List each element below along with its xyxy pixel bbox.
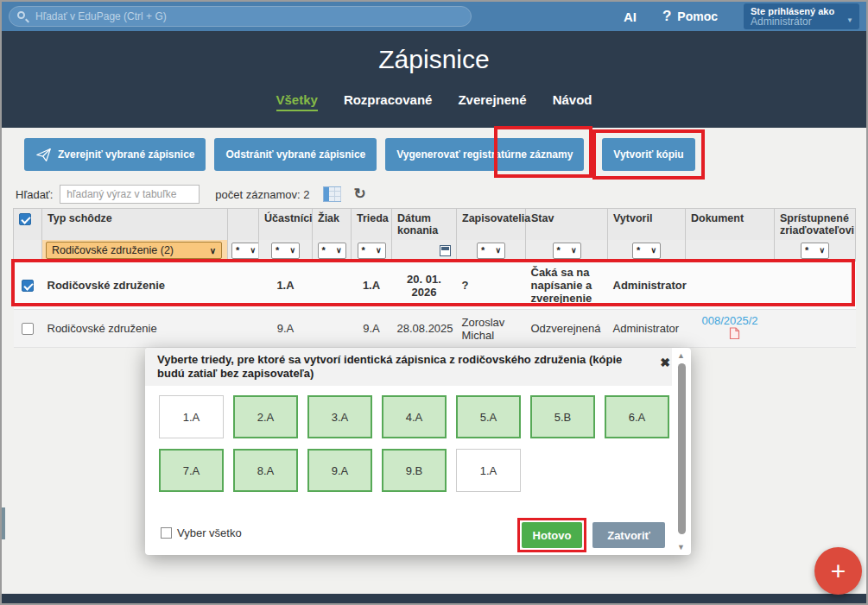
add-button[interactable]: + (814, 547, 862, 595)
tab-vsetky[interactable]: Všetky (276, 92, 318, 111)
filter-select-spristupnene[interactable]: * ∨ (801, 243, 829, 259)
filter-select-vytvoril[interactable]: * ∨ (632, 243, 661, 259)
help-label: Pomoc (677, 9, 718, 23)
class-button[interactable]: 5.B (530, 395, 595, 438)
sidebar-handle[interactable] (2, 507, 5, 539)
user-menu[interactable]: Ste prihlásený ako Administrátor ▼ (744, 3, 859, 29)
chevron-down-icon: ∨ (376, 246, 382, 255)
date-filter-icon[interactable] (440, 245, 451, 256)
class-button[interactable]: 8.A (233, 449, 298, 492)
filter-star: * (276, 245, 279, 255)
table-row[interactable]: Rodičovské združenie 9.A 9.A 28.08.2025 … (14, 310, 856, 348)
tab-bar: Všetky Rozpracované Zverejnené Návod (2, 92, 866, 111)
col-datum-konania: Dátum konania (392, 209, 457, 241)
filter-select-trieda[interactable]: * ∨ (358, 243, 386, 259)
class-button[interactable]: 4.A (382, 395, 447, 438)
cell-empty (228, 262, 259, 310)
copy-classes-dialog: Vyberte triedy, pre ktoré sa vytvorí ide… (145, 348, 691, 555)
cell-typ: Rodičovské združenie (42, 262, 228, 310)
close-dialog-button[interactable]: Zatvoriť (592, 522, 665, 548)
user-name: Administrátor (751, 16, 852, 28)
tab-zverejnene[interactable]: Zverejnené (458, 92, 526, 111)
filter-select-typ-schodze[interactable]: Rodičovské združenie (2) ∨ (46, 242, 222, 259)
records-table: Typ schôdze Účastníci Žiak Trieda Dátum … (13, 208, 856, 348)
select-all-rows-checkbox[interactable] (19, 213, 31, 225)
chevron-down-icon: ∨ (210, 246, 216, 255)
tab-navod[interactable]: Návod (553, 92, 592, 111)
class-button[interactable]: 6.A (605, 395, 669, 438)
chevron-down-icon: ∨ (250, 246, 256, 255)
table-search-row: Hľadať: počet záznamov: 2 ↻ (16, 185, 366, 204)
cell-vytvoril: Administrator (608, 310, 686, 348)
global-search (9, 6, 472, 27)
col-zapisovatelia: Zapisovatelia (457, 209, 526, 241)
table-row[interactable]: Rodičovské združenie 1.A 1.A 20. 01. 202… (14, 262, 856, 310)
cell-ucastnici: 1.A (259, 262, 313, 310)
close-icon[interactable]: ✖ (660, 356, 670, 369)
filter-star: * (637, 245, 640, 255)
chevron-down-icon: ∨ (336, 246, 342, 255)
dropdown-arrow-icon: ▼ (846, 16, 853, 24)
generate-records-button[interactable]: Vygenerovať registratúrne záznamy (385, 138, 584, 171)
delete-selected-label: Odstrániť vybrané zápisnice (225, 148, 365, 161)
class-button[interactable]: 3.A (307, 395, 372, 438)
class-grid: 1.A 2.A 3.A 4.A 5.A 5.B 6.A 7.A 8.A 9.A … (159, 395, 674, 492)
publish-selected-label: Zverejniť vybrané zápisnice (58, 148, 194, 161)
filter-star: * (481, 245, 485, 255)
select-all-classes: Vyber všetko (161, 526, 242, 539)
class-button[interactable]: 7.A (159, 449, 224, 492)
row-checkbox[interactable] (22, 323, 34, 335)
cell-stav: Čaká sa na napísanie a zverejnenie (526, 262, 608, 310)
cell-zapisovatelia: Zoroslav Michal (457, 310, 526, 348)
filter-select-zapisovatelia[interactable]: * ∨ (477, 243, 505, 259)
help-icon: ? (662, 8, 671, 25)
done-button[interactable]: Hotovo (522, 522, 582, 548)
scrollbar-thumb[interactable] (678, 363, 686, 534)
scroll-down-icon[interactable]: ▼ (677, 543, 685, 551)
col-trieda: Trieda (352, 209, 392, 241)
col-vytvoril: Vytvoril (608, 209, 686, 241)
delete-selected-button[interactable]: Odstrániť vybrané zápisnice (214, 138, 377, 171)
cell-ucastnici: 9.A (259, 310, 313, 348)
cell-spristupnene (775, 310, 856, 348)
table-filter-row: Rodičovské združenie (2) ∨ * ∨ * ∨ * ∨ *… (14, 240, 856, 262)
help-button[interactable]: ? Pomoc (662, 8, 718, 25)
class-button[interactable]: 1.A (159, 395, 224, 438)
cell-empty (228, 310, 259, 348)
filter-select-stav[interactable]: * ∨ (553, 243, 581, 259)
tab-rozpracovane[interactable]: Rozpracované (344, 92, 433, 111)
class-button[interactable]: 9.A (307, 449, 372, 492)
refresh-icon[interactable]: ↻ (353, 186, 365, 202)
scroll-up-icon[interactable]: ▲ (677, 351, 685, 360)
bottom-bar (2, 594, 866, 603)
cell-spristupnene (775, 262, 856, 310)
pdf-icon[interactable] (729, 327, 740, 343)
ai-button[interactable]: AI (624, 9, 637, 24)
class-button[interactable]: 1.A (456, 449, 521, 492)
create-copy-button[interactable]: Vytvoriť kópiu (602, 138, 694, 171)
publish-selected-button[interactable]: Zverejniť vybrané zápisnice (24, 138, 206, 171)
annotation-done-button: Hotovo (517, 518, 586, 552)
class-button[interactable]: 2.A (233, 395, 298, 438)
row-checkbox[interactable] (22, 280, 34, 292)
class-button[interactable]: 5.A (456, 395, 521, 438)
document-link[interactable]: 008/2025/2 (701, 314, 757, 327)
page-header: Zápisnice Všetky Rozpracované Zverejnené… (2, 31, 866, 128)
filter-select-ziak[interactable]: * ∨ (318, 243, 346, 259)
cell-datum: 28.08.2025 (392, 310, 457, 348)
filter-select-empty[interactable]: * ∨ (231, 243, 260, 259)
select-all-checkbox[interactable] (161, 527, 172, 539)
dialog-scrollbar[interactable]: ▲ ▼ (675, 350, 688, 552)
class-button[interactable]: 9.B (382, 449, 447, 492)
col-ucastnici: Účastníci (259, 209, 313, 241)
search-icon (17, 11, 25, 19)
record-count: počet záznamov: 2 (215, 188, 309, 201)
table-search-input[interactable] (60, 185, 200, 204)
filter-select-ucastnici[interactable]: * ∨ (271, 243, 300, 259)
columns-icon[interactable] (323, 186, 341, 202)
global-search-input[interactable] (9, 6, 472, 27)
page-title: Zápisnice (2, 31, 866, 74)
col-typ-schodze: Typ schôdze (42, 209, 228, 241)
dialog-header: Vyberte triedy, pre ktoré sa vytvorí ide… (145, 348, 672, 386)
filter-star: * (362, 245, 365, 255)
